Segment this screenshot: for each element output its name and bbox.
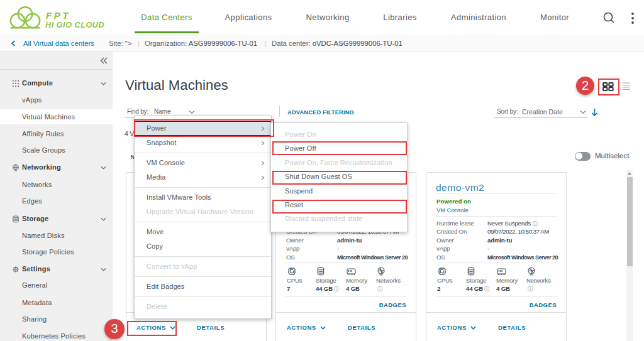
svg-text:FPT: FPT bbox=[46, 10, 70, 21]
svg-text:HI GIO CLOUD: HI GIO CLOUD bbox=[45, 21, 104, 30]
